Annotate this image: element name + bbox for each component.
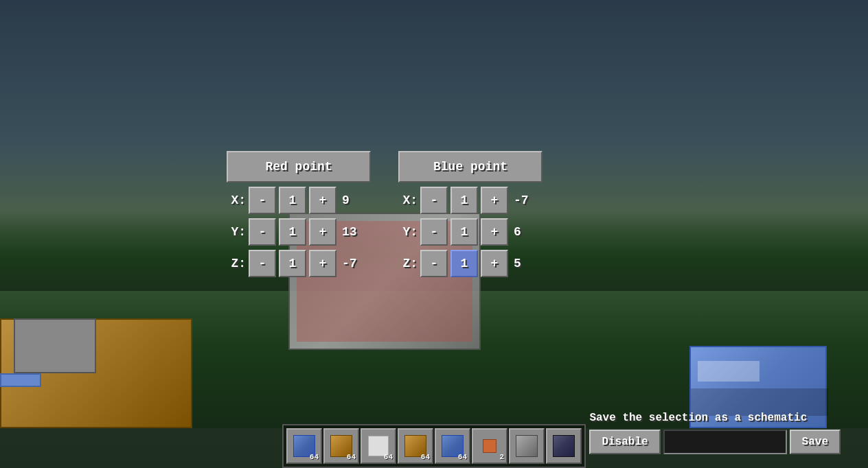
hotbar-slot-6[interactable]: 2 <box>472 428 507 464</box>
blue-z-plus-button[interactable]: + <box>481 250 508 277</box>
blue-z-value: 1 <box>450 250 478 277</box>
hotbar-slot-4[interactable]: 64 <box>398 428 433 464</box>
red-z-minus-button[interactable]: - <box>249 250 276 277</box>
small-item-icon <box>483 439 496 453</box>
hotbar-slot-4-count: 64 <box>421 453 430 461</box>
red-x-row: X: - 1 + 9 <box>227 187 371 214</box>
save-row: Disable Save <box>589 430 841 454</box>
save-button[interactable]: Save <box>790 430 841 454</box>
red-x-coord: 9 <box>339 194 361 207</box>
blue-point-title: Blue point <box>398 151 542 183</box>
hotbar-slot-5-count: 64 <box>458 453 467 461</box>
hotbar-slot-8[interactable] <box>546 428 582 464</box>
blue-y-row: Y: - 1 + 6 <box>398 218 542 246</box>
hotbar: 64 64 64 64 64 2 <box>282 424 586 468</box>
save-section-label: Save the selection as a schematic <box>589 412 807 424</box>
hotbar-slot-3-count: 64 <box>384 453 393 461</box>
blue-y-value: 1 <box>450 218 478 246</box>
red-x-label: X: <box>227 194 246 207</box>
red-z-row: Z: - 1 + -7 <box>227 250 371 277</box>
red-x-minus-button[interactable]: - <box>249 187 276 214</box>
blue-y-coord: 6 <box>511 225 533 239</box>
gray-block-icon <box>516 435 538 457</box>
blue-x-minus-button[interactable]: - <box>420 187 448 214</box>
blue-x-coord: -7 <box>511 194 533 207</box>
blue-z-coord: 5 <box>511 257 533 270</box>
left-structure <box>0 277 206 428</box>
red-y-value: 1 <box>279 218 306 246</box>
hotbar-slot-2[interactable]: 64 <box>323 428 359 464</box>
red-y-plus-button[interactable]: + <box>309 218 336 246</box>
red-point-title: Red point <box>227 151 371 183</box>
red-z-plus-button[interactable]: + <box>309 250 336 277</box>
hotbar-slot-1[interactable]: 64 <box>286 428 322 464</box>
hotbar-slot-2-count: 64 <box>347 453 356 461</box>
disable-button[interactable]: Disable <box>589 430 660 454</box>
schematic-name-input[interactable] <box>663 430 787 454</box>
blue-point-panel: Blue point X: - 1 + -7 Y: - 1 + 6 Z: - 1… <box>398 151 542 277</box>
red-y-label: Y: <box>227 225 246 239</box>
hotbar-slot-1-count: 64 <box>310 453 319 461</box>
hotbar-slot-6-count: 2 <box>499 453 504 461</box>
blue-x-label: X: <box>398 194 418 207</box>
red-x-plus-button[interactable]: + <box>309 187 336 214</box>
red-y-minus-button[interactable]: - <box>249 218 276 246</box>
red-x-value: 1 <box>279 187 306 214</box>
blue-z-label: Z: <box>398 257 418 270</box>
blue-x-value: 1 <box>450 187 478 214</box>
hotbar-slot-5[interactable]: 64 <box>435 428 470 464</box>
red-point-panel: Red point X: - 1 + 9 Y: - 1 + 13 Z: - 1 … <box>227 151 371 277</box>
save-section: Save the selection as a schematic Disabl… <box>589 412 841 454</box>
dialog: Red point X: - 1 + 9 Y: - 1 + 13 Z: - 1 … <box>227 151 542 277</box>
blue-y-label: Y: <box>398 225 418 239</box>
red-z-value: 1 <box>279 250 306 277</box>
blue-x-row: X: - 1 + -7 <box>398 187 542 214</box>
blue-y-plus-button[interactable]: + <box>481 218 508 246</box>
hotbar-slot-7[interactable] <box>509 428 545 464</box>
red-y-row: Y: - 1 + 13 <box>227 218 371 246</box>
red-z-coord: -7 <box>339 257 361 270</box>
red-z-label: Z: <box>227 257 246 270</box>
red-y-coord: 13 <box>339 225 361 239</box>
dark-block-icon <box>553 435 575 457</box>
blue-z-minus-button[interactable]: - <box>420 250 448 277</box>
blue-z-row: Z: - 1 + 5 <box>398 250 542 277</box>
hotbar-slot-3[interactable]: 64 <box>361 428 396 464</box>
blue-y-minus-button[interactable]: - <box>420 218 448 246</box>
blue-x-plus-button[interactable]: + <box>481 187 508 214</box>
